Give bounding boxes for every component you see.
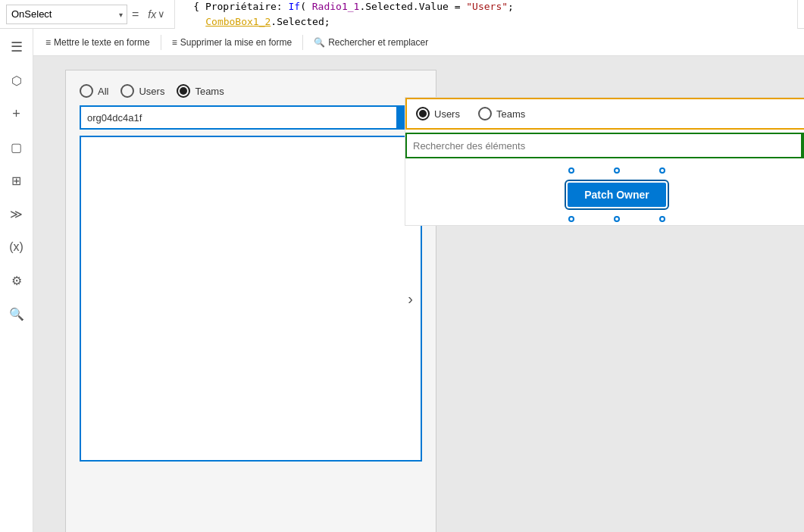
dot2: .Selected.Value = [359,1,466,12]
semi2: ; [508,1,514,12]
handle-top-right [659,167,665,174]
canvas-area: ≡ Mettre le texte en forme ≡ Supprimer l… [33,29,804,532]
right-radio-teams[interactable]: Teams [478,107,525,120]
right-radio-users-circle [416,107,430,120]
sidebar-layers-icon[interactable]: ≫ [5,202,29,226]
right-radio-group: Users Teams [405,98,804,130]
radio-teams-label: Teams [195,86,224,97]
colon1: : [277,1,289,12]
right-radio-users-label: Users [434,108,460,120]
fx-icon: fx [148,8,156,20]
remove-format-icon: ≡ [172,37,177,48]
if-keyword: If [288,1,300,12]
right-panel: Users Teams ▾ Patch Owner [405,97,804,226]
toolbar-separator-1 [161,35,161,50]
search-icon: 🔍 [314,37,325,48]
event-select-wrapper: OnSelect ▾ [6,5,127,24]
handle-bottom-right [659,216,665,222]
radio-users-label: Users [139,86,164,97]
patch-owner-button[interactable]: Patch Owner [568,183,666,207]
radio1: Radio1_1 [312,1,360,12]
radio-all-label: All [98,86,108,97]
remove-format-label: Supprimer la mise en forme [180,37,292,48]
sidebar-menu-icon[interactable]: ☰ [5,35,29,59]
combobox2: ComboBox1_2 [205,16,271,27]
right-search-box[interactable]: ▾ [405,133,804,158]
sidebar-add-icon[interactable]: + [5,102,29,126]
second-toolbar: ≡ Mettre le texte en forme ≡ Supprimer l… [33,29,804,56]
handle-top-center [614,167,620,174]
radio-all-circle [80,84,93,98]
top-bar: OnSelect ▾ = fx ∨ Patch( Comptes; Galler… [0,0,804,29]
prop-val: Propriétaire [205,1,277,12]
sidebar-data-icon[interactable]: ⊞ [5,168,29,192]
app-content-pane: › [80,136,422,462]
fx-chevron-icon: ∨ [158,8,165,20]
format-icon: ≡ [45,37,51,48]
sidebar: ☰ ⬡ + ▢ ⊞ ≫ (x) ⚙ 🔍 [0,29,33,532]
remove-format-button[interactable]: ≡ Supprimer la mise en forme [166,34,298,51]
handle-bottom-left [568,216,574,222]
handle-bottom-center [614,216,620,222]
sidebar-search-icon[interactable]: 🔍 [5,302,29,326]
radio-users-circle [120,84,134,98]
radio-teams-circle [177,84,190,98]
code-line-3: ComboBox1_2.Selected; [181,14,791,30]
sidebar-components-icon[interactable]: ⬡ [5,68,29,92]
right-radio-users[interactable]: Users [416,107,460,120]
radio-teams[interactable]: Teams [177,84,224,98]
code-line-2: { Propriétaire: If( Radio1_1.Selected.Va… [181,0,791,14]
right-search-input[interactable] [407,140,801,152]
sidebar-screens-icon[interactable]: ▢ [5,135,29,159]
brace1: { [193,1,205,12]
sidebar-settings-icon[interactable]: ⚙ [5,268,29,293]
format-label: Mettre le texte en forme [54,37,150,48]
fx-button[interactable]: fx ∨ [143,7,170,22]
app-radio-group: All Users Teams [66,70,436,105]
patch-btn-container: Patch Owner [405,171,804,219]
search-replace-label: Rechercher et remplacer [328,37,428,48]
handle-top-left [568,167,574,174]
users-string: "Users" [466,1,508,12]
combo-value-text: org04dc4a1f [81,112,396,124]
radio-all[interactable]: All [80,84,108,98]
equals-sign: = [132,8,139,21]
dot3: .Selected; [271,16,330,27]
right-radio-teams-label: Teams [496,108,525,120]
sidebar-variables-icon[interactable]: (x) [5,235,29,259]
toolbar-separator-2 [302,35,303,50]
search-arrow-button[interactable]: ▾ [801,134,804,157]
right-radio-teams-circle [478,107,492,120]
event-select[interactable]: OnSelect [6,5,127,24]
format-text-button[interactable]: ≡ Mettre le texte en forme [39,34,156,51]
chevron-right-icon[interactable]: › [408,290,413,308]
search-replace-button[interactable]: 🔍 Rechercher et remplacer [308,34,434,51]
app-frame: All Users Teams org04dc4a1f ▾ › [65,70,436,532]
radio-users[interactable]: Users [120,84,164,98]
app-combo-dropdown[interactable]: org04dc4a1f ▾ [80,105,422,130]
paren2: ( [300,1,312,12]
